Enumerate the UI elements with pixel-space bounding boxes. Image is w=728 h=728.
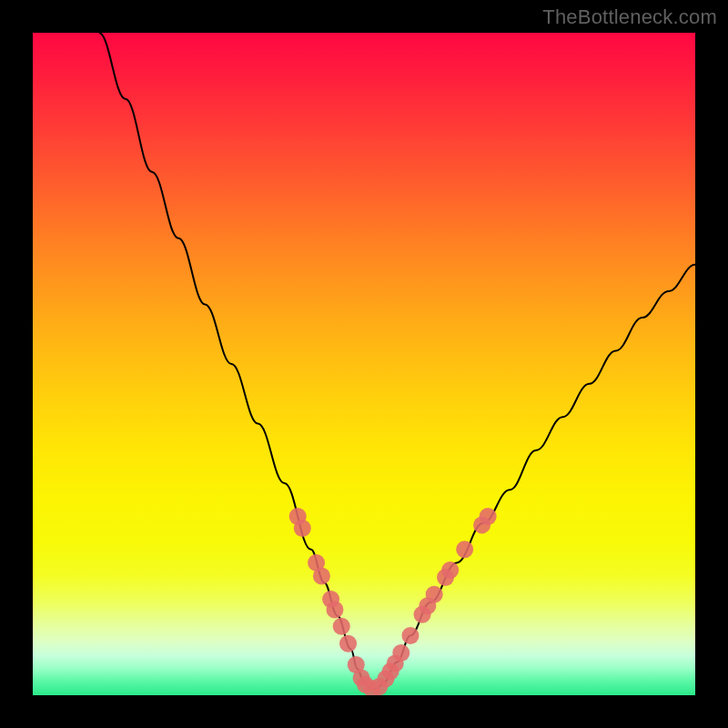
curve-marker [441,561,459,579]
curve-marker [326,602,343,619]
curve-marker [401,627,419,644]
chart-svg [33,33,695,695]
plot-area [33,33,695,695]
curve-marker [333,618,350,635]
curve-marker [294,520,311,537]
curve-marker [392,644,410,662]
chart-stage: TheBottleneck.com [0,0,728,728]
curve-marker [480,508,497,525]
curve-marker [313,567,330,584]
curve-marker [426,586,443,603]
watermark-text: TheBottleneck.com [542,5,717,29]
curve-marker [456,541,473,558]
bottleneck-curve [99,33,695,689]
curve-marker [339,635,357,652]
curve-markers [289,508,497,695]
